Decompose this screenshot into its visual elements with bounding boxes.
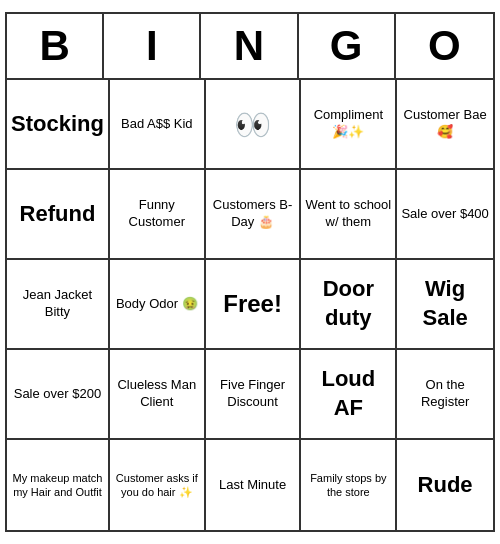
cell-sale-over-200[interactable]: Sale over $200 xyxy=(7,350,110,440)
bingo-header: B I N G O xyxy=(7,14,493,80)
cell-customer-bae[interactable]: Customer Bae 🥰 xyxy=(397,80,493,170)
cell-jean-jacket-bitty[interactable]: Jean Jacket Bitty xyxy=(7,260,110,350)
cell-stocking[interactable]: Stocking xyxy=(7,80,110,170)
cell-family-stops-by[interactable]: Family stops by the store xyxy=(301,440,397,530)
cell-eyes-emoji[interactable]: 👀 xyxy=(206,80,302,170)
cell-customers-bday[interactable]: Customers B-Day 🎂 xyxy=(206,170,302,260)
cell-sale-over-400[interactable]: Sale over $400 xyxy=(397,170,493,260)
cell-last-minute[interactable]: Last Minute xyxy=(206,440,302,530)
header-o: O xyxy=(396,14,493,78)
header-b: B xyxy=(7,14,104,78)
cell-compliment[interactable]: Compliment 🎉✨ xyxy=(301,80,397,170)
cell-wig-sale[interactable]: Wig Sale xyxy=(397,260,493,350)
cell-door-duty[interactable]: Door duty xyxy=(301,260,397,350)
cell-on-the-register[interactable]: On the Register xyxy=(397,350,493,440)
cell-my-makeup-match[interactable]: My makeup match my Hair and Outfit xyxy=(7,440,110,530)
cell-loud-af[interactable]: Loud AF xyxy=(301,350,397,440)
cell-body-odor[interactable]: Body Odor 🤢 xyxy=(110,260,206,350)
header-n: N xyxy=(201,14,298,78)
cell-customer-asks-hair[interactable]: Customer asks if you do hair ✨ xyxy=(110,440,206,530)
cell-free[interactable]: Free! xyxy=(206,260,302,350)
header-g: G xyxy=(299,14,396,78)
cell-went-to-school[interactable]: Went to school w/ them xyxy=(301,170,397,260)
cell-rude[interactable]: Rude xyxy=(397,440,493,530)
bingo-card: B I N G O Stocking Bad A$$ Kid 👀 Complim… xyxy=(5,12,495,532)
cell-funny-customer[interactable]: Funny Customer xyxy=(110,170,206,260)
cell-bad-ass-kid[interactable]: Bad A$$ Kid xyxy=(110,80,206,170)
header-i: I xyxy=(104,14,201,78)
cell-five-finger-discount[interactable]: Five Finger Discount xyxy=(206,350,302,440)
bingo-grid: Stocking Bad A$$ Kid 👀 Compliment 🎉✨ Cus… xyxy=(7,80,493,530)
cell-clueless-man-client[interactable]: Clueless Man Client xyxy=(110,350,206,440)
cell-refund[interactable]: Refund xyxy=(7,170,110,260)
